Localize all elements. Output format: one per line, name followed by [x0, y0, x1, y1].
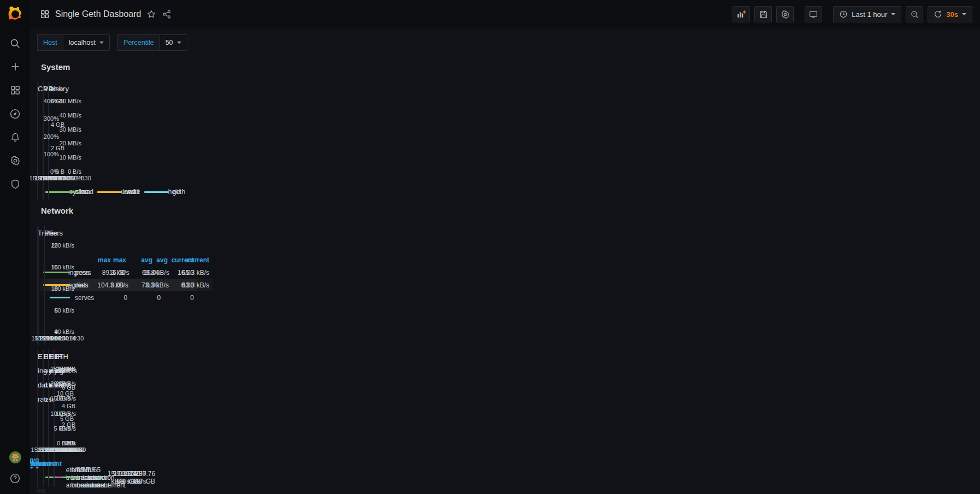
legend-item[interactable]: write: [102, 188, 140, 196]
row-network-bottom: ETH ingress data rate 0 B/s5 kB/s10 kB/s…: [37, 349, 45, 487]
series-color-dash: [144, 191, 164, 193]
panel-title[interactable]: Traffic: [38, 226, 39, 240]
refresh-interval-value[interactable]: 30s: [946, 10, 958, 19]
x-axis-tick: 15:20: [32, 335, 52, 342]
y-axis-tick: 5: [44, 307, 58, 314]
refresh-button[interactable]: 30s: [928, 6, 972, 22]
y-axis-tick: 0 B: [54, 440, 75, 446]
legend-column-header-current[interactable]: current: [39, 460, 62, 468]
add-panel-button[interactable]: [733, 6, 750, 22]
y-axis-tick: 30 MB/s: [49, 126, 81, 133]
sidebar: [0, 0, 30, 494]
grafana-app: Single Geth Dasboard: [0, 0, 980, 494]
y-axis-tick: 0: [44, 328, 58, 335]
y-axis-tick: 5 GB: [49, 415, 74, 422]
search-icon[interactable]: [9, 37, 21, 49]
chevron-down-icon: [891, 13, 895, 17]
variable-host-value-dropdown[interactable]: localhost: [63, 34, 110, 51]
section-label: Network: [41, 206, 73, 215]
grafana-logo-icon[interactable]: [7, 5, 24, 23]
y-axis-tick: 40 MB/s: [49, 112, 81, 119]
share-icon[interactable]: [162, 9, 172, 19]
dashboards-grid-icon[interactable]: [9, 84, 21, 96]
panel-cpu: CPU 0%100%200%300%400%14:3014:4014:5015:…: [37, 81, 38, 200]
dashboard-settings-button[interactable]: [776, 6, 794, 22]
row-system: CPU 0%100%200%300%400%14:3014:4014:5015:…: [37, 81, 45, 200]
y-axis-tick: 15: [44, 264, 58, 270]
legend-row[interactable]: serves000: [46, 291, 197, 304]
series-color-dash: [50, 272, 70, 273]
main-area: Single Geth Dasboard: [30, 0, 980, 494]
variable-host-label: Host: [37, 34, 63, 51]
series-color-dash: [62, 477, 78, 478]
series-color-dash: [102, 191, 122, 193]
configuration-gear-icon[interactable]: [9, 155, 21, 167]
legend-item[interactable]: read: [56, 188, 93, 196]
series-color-dash: [50, 297, 70, 298]
user-avatar[interactable]: [9, 451, 21, 463]
panel-memory: Memory 0 B2 GB4 GB6 GB14:3014:4014:5015:…: [43, 81, 44, 200]
zoom-out-button[interactable]: [906, 6, 923, 22]
panel-disk: Disk 0 B/s10 MB/s20 MB/s30 MB/s40 MB/s50…: [48, 81, 49, 200]
y-axis-tick: 6 GB: [54, 384, 75, 391]
section-header-network[interactable]: Network: [37, 203, 45, 218]
panel-traffic: Traffic 40 kB/s60 kB/s80 kB/s100 kB/s120…: [37, 226, 39, 345]
explore-compass-icon[interactable]: [9, 108, 21, 120]
legend: readwrite: [49, 184, 56, 199]
y-axis-tick: 200%: [38, 133, 59, 140]
y-axis-tick: 10 MB/s: [49, 154, 81, 161]
legend: avgcurrenteth/65 transaction announcemen…: [54, 456, 67, 486]
y-axis-tick: 20 MB/s: [49, 140, 81, 146]
legend-column-header[interactable]: current: [152, 256, 194, 264]
y-axis-tick: 2 GB: [54, 421, 75, 428]
y-axis-tick: 50 MB/s: [49, 98, 81, 104]
save-dashboard-button[interactable]: [754, 6, 772, 22]
variables-submenu: Host localhost Percentile 50: [30, 28, 980, 51]
y-axis-tick: 8 GB: [54, 366, 75, 372]
dashboard-title[interactable]: Single Geth Dasboard: [55, 9, 141, 19]
series-color-dash: [56, 191, 76, 193]
cycle-view-tv-button[interactable]: [805, 6, 822, 22]
next-row-panel-edge: [37, 489, 45, 493]
variable-percentile-label: Percentile: [117, 34, 160, 51]
chevron-down-icon: [35, 467, 39, 471]
row-network-top: Traffic 40 kB/s60 kB/s80 kB/s100 kB/s120…: [37, 226, 45, 345]
y-axis-tick: 10: [44, 285, 58, 292]
dashboard-grid-icon[interactable]: [40, 9, 50, 19]
panel-peers: Peers 0510152014:3014:4014:5015:0015:101…: [44, 226, 45, 345]
y-axis-tick: 0 B/s: [49, 168, 81, 175]
help-question-icon[interactable]: [9, 472, 21, 484]
variable-host: Host localhost: [37, 34, 110, 51]
section-header-system[interactable]: System: [37, 59, 45, 74]
legend-column-header[interactable]: max: [69, 256, 111, 264]
x-axis-tick: 15:20: [43, 446, 63, 453]
chevron-down-icon: [99, 42, 104, 46]
section-label: System: [41, 62, 70, 72]
legend-column-header[interactable]: avg: [111, 256, 152, 264]
navbar: Single Geth Dasboard: [30, 0, 980, 28]
chevron-down-icon: [177, 42, 181, 46]
star-icon[interactable]: [146, 9, 156, 19]
time-range-label: Last 1 hour: [852, 10, 887, 19]
y-axis-tick: 20: [44, 242, 58, 249]
y-axis-tick: 10 GB: [49, 390, 74, 397]
x-axis-tick: 15:20: [39, 175, 59, 181]
variable-percentile-value-dropdown[interactable]: 50: [160, 34, 187, 51]
variable-percentile: Percentile 50: [117, 34, 187, 51]
time-range-picker[interactable]: Last 1 hour: [833, 6, 901, 22]
alerting-bell-icon[interactable]: [9, 131, 21, 143]
y-axis-tick: 4 GB: [54, 403, 75, 409]
chevron-down-icon: [962, 13, 966, 17]
server-admin-shield-icon[interactable]: [9, 178, 21, 190]
create-plus-icon[interactable]: [9, 61, 21, 73]
dashboard-body: System CPU 0%100%200%300%400%14:3014:401…: [30, 51, 50, 53]
legend-item[interactable]: held: [144, 188, 181, 196]
